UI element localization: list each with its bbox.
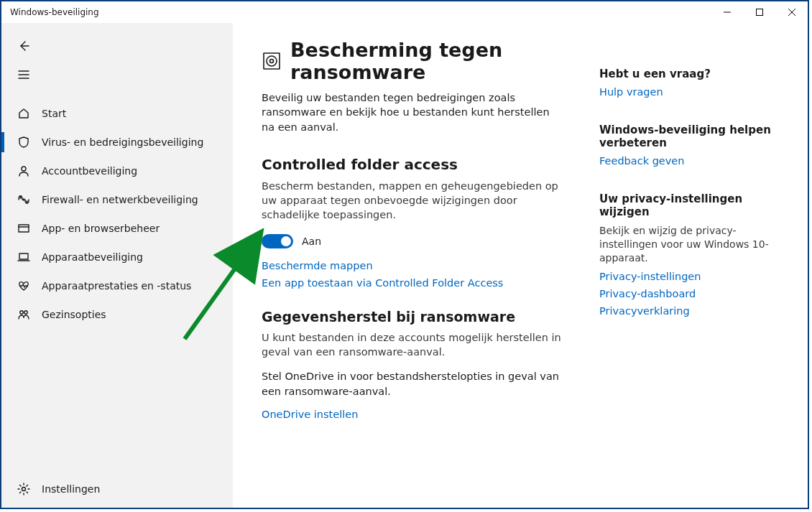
sidebar-item-label: Firewall- en netwerkbeveiliging: [42, 194, 198, 205]
heart-icon: [16, 279, 32, 292]
aside-privacy-desc: Bekijk en wijzig de privacy-instellingen…: [599, 224, 772, 265]
maximize-button[interactable]: [743, 1, 775, 23]
titlebar: Windows-beveiliging: [1, 1, 808, 23]
shield-icon: [16, 136, 32, 149]
svg-point-14: [20, 311, 23, 314]
ransomware-icon: [262, 50, 282, 72]
sidebar-item-virus[interactable]: Virus- en bedreigingsbeveiliging: [1, 128, 233, 157]
recovery-description: U kunt bestanden in deze accounts mogeli…: [262, 330, 563, 360]
sidebar-item-device-security[interactable]: Apparaatbeveiliging: [1, 243, 233, 271]
sidebar-item-label: App- en browserbeheer: [42, 223, 160, 234]
svg-point-18: [267, 56, 277, 66]
network-icon: [16, 193, 32, 206]
svg-rect-12: [19, 253, 28, 259]
sidebar-item-label: Virus- en bedreigingsbeveiliging: [42, 136, 203, 148]
sidebar-item-start[interactable]: Start: [1, 99, 233, 128]
main-area: Bescherming tegen ransomware Beveilig uw…: [233, 23, 808, 508]
window-title: Windows-beveiliging: [10, 7, 99, 17]
person-icon: [16, 164, 32, 177]
cfa-description: Bescherm bestanden, mappen en geheugenge…: [262, 179, 563, 223]
link-allow-app[interactable]: Een app toestaan via Controlled Folder A…: [262, 277, 571, 289]
gear-icon: [16, 483, 32, 495]
svg-point-9: [23, 199, 24, 200]
page-title: Bescherming tegen ransomware: [290, 39, 571, 83]
onedrive-text: Stel OneDrive in voor bestandsherstelopt…: [262, 369, 563, 399]
cfa-toggle[interactable]: [262, 234, 293, 248]
sidebar-item-label: Accountbeveiliging: [42, 165, 137, 177]
sidebar-item-label: Gezinsopties: [42, 309, 106, 320]
svg-rect-10: [19, 225, 29, 232]
link-get-help[interactable]: Hulp vragen: [599, 86, 772, 98]
close-button[interactable]: [775, 1, 808, 23]
hamburger-icon: [16, 68, 32, 81]
svg-point-19: [270, 60, 274, 63]
link-privacy-dashboard[interactable]: Privacy-dashboard: [599, 288, 772, 299]
sidebar-item-label: Apparaatbeveiliging: [42, 251, 143, 263]
family-icon: [16, 308, 32, 321]
link-privacy-statement[interactable]: Privacyverklaring: [599, 305, 772, 317]
app-window: Windows-beveiliging: [0, 0, 809, 509]
sidebar: Start Virus- en bedreigingsbeveiliging A…: [1, 23, 233, 508]
hamburger-button[interactable]: [1, 60, 233, 89]
cfa-title: Controlled folder access: [262, 156, 571, 173]
cfa-toggle-state: Aan: [302, 236, 321, 247]
svg-point-15: [24, 311, 27, 314]
back-arrow-icon: [16, 39, 32, 52]
svg-point-8: [22, 167, 26, 171]
aside-improve-title: Windows-beveiliging helpen verbeteren: [599, 124, 772, 149]
sidebar-item-performance[interactable]: Apparaatprestaties en -status: [1, 271, 233, 300]
aside-column: Hebt u een vraag? Hulp vragen Windows-be…: [599, 39, 772, 508]
aside-privacy-title: Uw privacy-instellingen wijzigen: [599, 192, 772, 218]
sidebar-item-label: Instellingen: [42, 483, 100, 495]
svg-rect-1: [756, 9, 762, 16]
link-onedrive-setup[interactable]: OneDrive instellen: [262, 409, 571, 420]
app-browser-icon: [16, 222, 32, 235]
sidebar-item-app-browser[interactable]: App- en browserbeheer: [1, 214, 233, 243]
device-security-icon: [16, 251, 32, 264]
content-column: Bescherming tegen ransomware Beveilig uw…: [262, 39, 571, 508]
link-protected-folders[interactable]: Beschermde mappen: [262, 260, 571, 271]
link-privacy-settings[interactable]: Privacy-instellingen: [599, 271, 772, 282]
sidebar-item-account[interactable]: Accountbeveiliging: [1, 157, 233, 185]
sidebar-item-family[interactable]: Gezinsopties: [1, 300, 233, 329]
minimize-button[interactable]: [711, 1, 743, 23]
home-icon: [16, 107, 32, 120]
svg-point-16: [22, 488, 26, 491]
link-feedback[interactable]: Feedback geven: [599, 155, 772, 167]
sidebar-item-firewall[interactable]: Firewall- en netwerkbeveiliging: [1, 185, 233, 214]
back-button[interactable]: [1, 32, 233, 60]
sidebar-item-label: Apparaatprestaties en -status: [42, 280, 191, 292]
sidebar-item-settings[interactable]: Instellingen: [1, 475, 233, 503]
aside-question-title: Hebt u een vraag?: [599, 68, 772, 80]
sidebar-item-label: Start: [42, 108, 66, 119]
page-description: Beveilig uw bestanden tegen bedreigingen…: [262, 90, 563, 134]
recovery-title: Gegevensherstel bij ransomware: [262, 309, 571, 325]
